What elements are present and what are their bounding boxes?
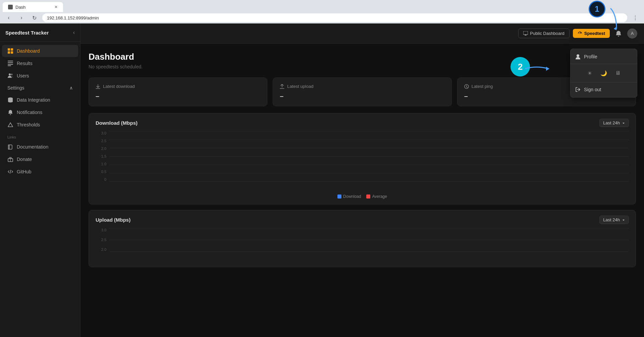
stat-card-upload: Latest upload – (273, 77, 451, 106)
annotation-1-circle: 1 (589, 1, 605, 17)
back-button[interactable]: ‹ (4, 13, 13, 22)
sidebar-item-label: GitHub (17, 169, 32, 174)
upload-chart-title: Upload (Mbps) (96, 217, 130, 223)
svg-rect-7 (8, 65, 11, 66)
annotation-arrow-2 (523, 62, 550, 77)
sidebar-item-label: Dashboard (17, 48, 40, 54)
download-time-range-select[interactable]: Last 24h (599, 119, 629, 127)
upload-chart-y-axis: 3.0 2.5 2.0 (96, 228, 109, 251)
topbar-actions: Public Dashboard Speedtest A (518, 28, 637, 39)
svg-rect-5 (8, 62, 13, 63)
speedtest-button[interactable]: Speedtest (573, 29, 610, 38)
browser-toolbar: ‹ › ↻ ⋮ (0, 12, 644, 23)
stats-row: Latest download – Latest upload – Latest… (89, 77, 636, 106)
reload-button[interactable]: ↻ (30, 13, 39, 22)
svg-rect-1 (11, 48, 13, 51)
y-label: 1.0 (101, 162, 106, 166)
sidebar-item-thresholds[interactable]: Thresholds (2, 119, 78, 131)
forward-button[interactable]: › (17, 13, 26, 22)
sidebar-item-results[interactable]: Results (2, 57, 78, 69)
browser-tab[interactable]: Dash ✕ (3, 2, 63, 12)
sidebar-item-label: Donate (17, 157, 32, 162)
results-icon (7, 60, 13, 66)
legend-dot-download (337, 194, 341, 199)
tab-title: Dash (15, 5, 25, 10)
sidebar-item-notifications[interactable]: Notifications (2, 106, 78, 118)
speedtest-label: Speedtest (584, 31, 605, 36)
theme-light-button[interactable]: ☀ (585, 68, 595, 78)
svg-marker-21 (546, 67, 549, 71)
main-content: Dashboard No speedtests scheduled. Lates… (80, 44, 644, 337)
sidebar-item-donate[interactable]: Donate (2, 153, 78, 165)
sidebar-item-label: Documentation (17, 144, 48, 150)
clock-icon (464, 84, 469, 89)
y-label: 0 (104, 177, 106, 181)
profile-menu-item[interactable]: Profile (571, 51, 637, 62)
svg-rect-4 (8, 61, 13, 61)
stat-label-download: Latest download (103, 84, 135, 89)
stat-card-download: Latest download – (89, 77, 267, 106)
page-title: Dashboard (89, 52, 636, 62)
stat-label-upload: Latest upload (287, 84, 313, 89)
address-bar[interactable] (42, 13, 627, 22)
sidebar-item-data-integration[interactable]: Data Integration (2, 94, 78, 106)
theme-dark-button[interactable]: 🌙 (599, 68, 609, 78)
y-label: 0.5 (101, 170, 106, 174)
code-icon (7, 169, 13, 175)
browser-chrome: Dash ✕ ‹ › ↻ ⋮ (0, 0, 644, 23)
y-label: 2.5 (101, 139, 106, 143)
database-icon (7, 97, 13, 103)
download-chart-section: Download (Mbps) Last 24h 3.0 2.5 2.0 1.5… (89, 113, 636, 205)
theme-system-button[interactable]: 🖥 (613, 68, 623, 78)
dashboard-icon (7, 48, 13, 54)
stat-card-upload-header: Latest upload (280, 84, 444, 89)
download-chart-area: 3.0 2.5 2.0 1.5 1.0 0.5 0 (96, 131, 629, 191)
speedtest-icon (578, 31, 582, 36)
download-chart-y-axis: 3.0 2.5 2.0 1.5 1.0 0.5 0 (96, 131, 109, 181)
public-dashboard-button[interactable]: Public Dashboard (518, 29, 570, 38)
chevron-down-icon (622, 121, 625, 125)
svg-rect-3 (11, 51, 13, 54)
public-dashboard-icon (523, 31, 528, 36)
upload-chart-area: 3.0 2.5 2.0 (96, 228, 629, 262)
sign-out-label: Sign out (584, 87, 601, 92)
links-section-label: Links (0, 131, 80, 141)
sidebar-item-github[interactable]: GitHub (2, 166, 78, 178)
profile-icon (575, 54, 581, 59)
sidebar-item-label: Data Integration (17, 97, 50, 103)
stat-card-download-header: Latest download (96, 84, 260, 89)
page-subtitle: No speedtests scheduled. (89, 64, 636, 69)
download-icon (96, 84, 100, 89)
upload-chart-header: Upload (Mbps) Last 24h (96, 216, 629, 224)
topbar: Public Dashboard Speedtest A (80, 23, 644, 44)
upload-time-range-select[interactable]: Last 24h (599, 216, 629, 224)
sidebar-item-label: Notifications (17, 110, 42, 115)
theme-switcher: ☀ 🌙 🖥 (571, 65, 637, 81)
legend-dot-average (366, 194, 370, 199)
download-chart-header: Download (Mbps) Last 24h (96, 119, 629, 127)
profile-label: Profile (584, 54, 597, 59)
gift-icon (7, 156, 13, 162)
tab-close-button[interactable]: ✕ (54, 5, 58, 9)
y-label: 2.0 (101, 147, 106, 151)
svg-rect-0 (8, 48, 10, 51)
avatar[interactable]: A (627, 29, 637, 39)
settings-section[interactable]: Settings ∧ (2, 82, 78, 94)
download-chart-grid (109, 131, 629, 181)
upload-chart-grid (109, 228, 629, 251)
sidebar-item-dashboard[interactable]: Dashboard (2, 45, 78, 57)
upload-icon (280, 84, 284, 89)
sign-out-menu-item[interactable]: Sign out (571, 84, 637, 95)
svg-point-9 (11, 74, 13, 75)
sidebar-item-documentation[interactable]: Documentation (2, 141, 78, 153)
sidebar: Speedtest Tracker ‹ Dashboard Results (0, 23, 80, 337)
profile-dropdown: Profile ☀ 🌙 🖥 Sign out (570, 49, 637, 98)
sidebar-item-users[interactable]: Users (2, 70, 78, 82)
stat-value-download: – (96, 92, 260, 100)
browser-menu-button[interactable]: ⋮ (631, 13, 640, 22)
browser-actions: ⋮ (631, 13, 640, 22)
sidebar-collapse-button[interactable]: ‹ (73, 30, 75, 36)
app-logo: Speedtest Tracker (5, 30, 49, 36)
download-chart-legend: Download Average (96, 194, 629, 199)
svg-rect-6 (8, 64, 13, 65)
